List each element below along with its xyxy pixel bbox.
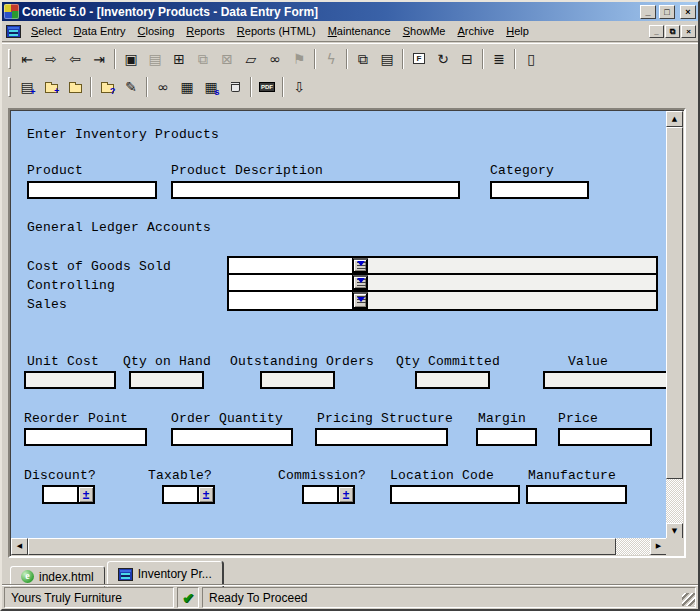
commission-field[interactable] <box>304 487 337 502</box>
price-label: Price <box>558 411 598 426</box>
manufacture-field[interactable] <box>526 485 627 504</box>
last-record-button[interactable]: ⇥ <box>87 47 111 70</box>
gl-row-controlling <box>229 275 656 292</box>
exit-button[interactable]: ▯ <box>519 47 543 70</box>
data-entry-form-panel: Enter Inventory Products Product Product… <box>8 108 686 558</box>
status-message-panel: Ready To Proceed <box>202 587 696 608</box>
view-record-button[interactable]: ▣ <box>119 47 143 70</box>
toolbar-grip[interactable] <box>8 49 11 69</box>
menu-showme[interactable]: ShowMe <box>397 22 452 40</box>
erase-field-button[interactable]: ▱ <box>239 47 263 70</box>
mdi-minimize-button[interactable]: _ <box>649 25 664 38</box>
reorder-point-field[interactable] <box>24 428 147 446</box>
margin-field[interactable] <box>476 428 537 446</box>
paste-button[interactable]: ▤ <box>375 47 399 70</box>
form-view-button[interactable]: F <box>407 47 431 70</box>
copy-button[interactable]: ⧉ <box>351 47 375 70</box>
controlling-label: Controlling <box>27 278 115 293</box>
menu-reports[interactable]: Reports <box>180 22 231 40</box>
resize-grip[interactable] <box>682 593 695 606</box>
toolbar-separator <box>114 49 116 69</box>
product-description-field[interactable] <box>171 181 460 199</box>
find-window-button[interactable]: ∞ <box>151 75 175 98</box>
save-record-button: ▤ <box>143 47 167 70</box>
order-quantity-field[interactable] <box>171 428 293 446</box>
controlling-account-field[interactable] <box>229 275 352 290</box>
export-pdf-button[interactable]: PDF <box>255 75 279 98</box>
pricing-structure-field[interactable] <box>315 428 448 446</box>
previous-record-button[interactable]: ⇦ <box>63 47 87 70</box>
add-folder-button[interactable]: + <box>39 75 63 98</box>
horizontal-scrollbar[interactable]: ◀ ▶ <box>11 538 667 555</box>
menu-archive[interactable]: Archive <box>451 22 500 40</box>
toolbar-separator <box>402 49 404 69</box>
view-record-icon: ▣ <box>124 52 137 66</box>
value-field[interactable] <box>543 371 667 389</box>
document-menu-icon[interactable] <box>6 25 21 38</box>
toolbar-separator <box>282 77 284 97</box>
commission-spinner-button[interactable]: ± <box>337 487 353 502</box>
mdi-close-button[interactable]: × <box>681 25 696 38</box>
add-record-button[interactable]: ⊞ <box>167 47 191 70</box>
sales-account-field[interactable] <box>229 292 352 309</box>
location-code-field[interactable] <box>390 485 520 504</box>
cost-of-goods-sold-lookup-button[interactable] <box>352 258 368 273</box>
print-button[interactable]: ⊟ <box>455 47 479 70</box>
menu-reports-html[interactable]: Reports (HTML) <box>231 22 322 40</box>
toolbar-grip[interactable] <box>8 77 11 97</box>
scroll-left-button[interactable]: ◀ <box>11 538 28 555</box>
find-button[interactable]: ∞ <box>263 47 287 70</box>
vertical-scrollbar-thumb[interactable] <box>666 127 683 479</box>
sales-lookup-button[interactable] <box>352 292 368 309</box>
scroll-down-icon: ▼ <box>672 527 677 535</box>
mdi-client-area: Enter Inventory Products Product Product… <box>2 101 698 609</box>
outstanding-orders-field[interactable] <box>260 371 335 389</box>
taxable-spinner-button[interactable]: ± <box>197 487 213 502</box>
category-field[interactable] <box>490 181 589 199</box>
discount-field[interactable] <box>44 487 77 502</box>
download-icon: ⇩ <box>293 80 305 94</box>
unit-cost-field[interactable] <box>24 371 116 389</box>
open-folder-button[interactable] <box>63 75 87 98</box>
controlling-lookup-button[interactable] <box>352 275 368 290</box>
print-stack-button[interactable]: ≣ <box>487 47 511 70</box>
menu-closing[interactable]: Closing <box>132 22 181 40</box>
qty-on-hand-field[interactable] <box>129 371 204 389</box>
scroll-right-button[interactable]: ▶ <box>650 538 667 555</box>
minimize-button[interactable]: _ <box>640 5 656 19</box>
cost-of-goods-sold-account-field[interactable] <box>229 258 352 273</box>
close-button[interactable]: × <box>680 5 696 19</box>
company-name: Yours Truly Furniture <box>11 591 122 605</box>
refresh-button[interactable]: ↻ <box>431 47 455 70</box>
last-record-icon: ⇥ <box>93 52 105 66</box>
qty-committed-field[interactable] <box>415 371 490 389</box>
price-field[interactable] <box>558 428 652 446</box>
image-save-button[interactable]: ▦s <box>199 75 223 98</box>
horizontal-scrollbar-thumb[interactable] <box>28 538 616 555</box>
flag-icon: ⚑ <box>293 52 306 66</box>
next-record-button[interactable]: ⇨ <box>39 47 63 70</box>
taxable-field[interactable] <box>164 487 197 502</box>
mdi-restore-button[interactable]: ⧉ <box>665 25 680 38</box>
image-button[interactable]: ▦ <box>175 75 199 98</box>
maximize-button[interactable]: □ <box>659 5 675 19</box>
vertical-scrollbar[interactable]: ▲ ▼ <box>666 111 683 539</box>
new-document-button[interactable]: ▤+ <box>15 75 39 98</box>
sign-button[interactable]: ✎ <box>119 75 143 98</box>
first-record-button[interactable]: ⇤ <box>15 47 39 70</box>
scroll-down-button[interactable]: ▼ <box>666 523 683 539</box>
menu-select[interactable]: Select <box>25 22 68 40</box>
delete-trash-button[interactable] <box>223 75 247 98</box>
product-field[interactable] <box>27 181 157 199</box>
query-folder-button[interactable]: ? <box>95 75 119 98</box>
title-bar[interactable]: Conetic 5.0 - [Inventory Products - Data… <box>2 2 698 21</box>
scroll-left-icon: ◀ <box>17 542 22 550</box>
menu-data-entry[interactable]: Data Entry <box>68 22 132 40</box>
menu-maintenance[interactable]: Maintenance <box>322 22 397 40</box>
gl-row-sales <box>229 292 656 309</box>
discount-spinner-button[interactable]: ± <box>77 487 93 502</box>
export-download-button[interactable]: ⇩ <box>287 75 311 98</box>
scroll-up-button[interactable]: ▲ <box>666 111 683 127</box>
menu-help[interactable]: Help <box>500 22 535 40</box>
internet-page-icon: e <box>21 570 34 583</box>
